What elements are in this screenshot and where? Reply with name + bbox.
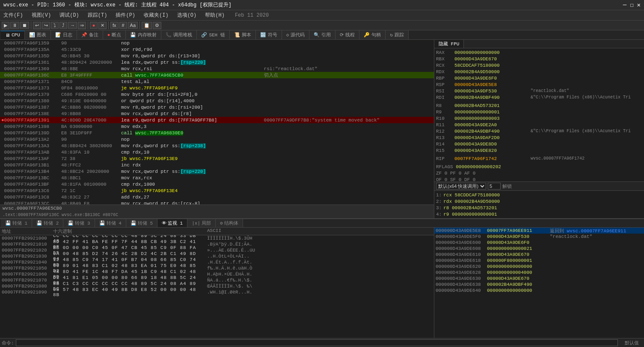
tab-note[interactable]: 📌 备注 [77, 30, 103, 39]
reg-value[interactable]: 000002B4A9DBF490 [454, 95, 527, 100]
tb-step-over[interactable]: ↪ [42, 22, 50, 29]
disasm-row[interactable]: 00007FF7A96F13A2 90 nop [0, 136, 434, 142]
reg-value[interactable]: 00000D43A9DE5E8 [454, 82, 527, 87]
tb-copy[interactable]: 📋 [142, 22, 152, 29]
disasm-row[interactable]: 00007FF7A96F13C8 48:83C2 27 add rdx,27 [0, 194, 434, 200]
tab-source[interactable]: ◇ 源代码 [282, 30, 310, 39]
stack-row[interactable]: 000000D43A9DE610 00000D43A9DE670 [434, 252, 644, 258]
disasm-row[interactable]: 00007FF7A96F138E 49:8B08 mov rcx,qword p… [0, 110, 434, 117]
reg-value[interactable]: 00000D43A9DE820 [454, 148, 527, 153]
tab-callstack[interactable]: 📞 调用堆栈 [161, 30, 197, 39]
stack-row-val[interactable]: 0000000000004000 [486, 270, 550, 275]
stack-row-val[interactable]: 00000D43A9DE6F0 [486, 240, 550, 245]
stack-row[interactable]: 000000D43A9DE608 0000000000000021 [434, 246, 644, 252]
tb-run-expr[interactable]: ⇒ [78, 22, 86, 29]
call-counter[interactable] [488, 183, 501, 190]
stack-row-val[interactable]: 0000000000000000 [486, 288, 550, 293]
disasm-row[interactable]: 00007FF7A96F135D 4D:8B45 30 mov r8,qword… [0, 53, 434, 59]
tab-trace[interactable]: ↻ 跟踪 [386, 30, 409, 39]
disasm-row[interactable]: ●00007FF7A96F1391 4C:8D0D 20E47000 lea r… [0, 117, 434, 123]
tb-pause[interactable]: ⏸ [10, 22, 19, 29]
stack-row-val[interactable]: 000000F800000001 [486, 258, 550, 263]
reg-value[interactable]: 000002B4AD573201 [454, 103, 527, 108]
close-button[interactable]: ✕ [637, 1, 641, 9]
tab-handle[interactable]: 🔑 句柄 [359, 30, 386, 39]
reg-value[interactable]: 00000D43A9DE670 [454, 56, 527, 62]
stack-row-val[interactable]: 000002B4A9DBF490 [486, 282, 550, 287]
tab-seh[interactable]: 🔗 SEH 链 [197, 30, 229, 39]
tab-ref[interactable]: 🔍 引用 [309, 30, 335, 39]
tb-search[interactable]: Aa [128, 22, 138, 29]
tab-dump3[interactable]: 💾 转储 3 [63, 219, 95, 227]
reg-value[interactable]: 0000000000000001 [454, 110, 527, 115]
disasm-row[interactable]: 00007FF7A96F1359 90 nop [0, 40, 434, 46]
tab-watch1[interactable]: 👁 监视 1 [157, 219, 187, 227]
menu-options[interactable]: 选项(O) [175, 11, 199, 19]
disasm-row[interactable]: 00007FF7A96F1379 C686 F8020000 00 mov by… [0, 91, 434, 98]
tb-settings[interactable]: ⚙ [153, 22, 161, 29]
tab-log[interactable]: 📝 日志 [51, 30, 77, 39]
tb-restart[interactable]: ↩ [33, 22, 41, 29]
reg-value[interactable]: 0000000000000000 [454, 50, 527, 55]
call-mode-select[interactable]: 默认(x64 快速调用) [436, 183, 486, 190]
disasm-row[interactable]: 00007FF7A96F139D E8 3E1DF9FF call wvsc.7… [0, 130, 434, 136]
disasm-row[interactable]: 00007FF7A96F13AF 72 38 jb wvsc.7FF7A96F1… [0, 155, 434, 162]
menu-debug[interactable]: 调试(D) [58, 11, 81, 19]
tab-memory[interactable]: 💾 内存映射 [126, 30, 161, 39]
tab-dump1[interactable]: 💾 转储 1 [1, 219, 32, 227]
reg-value[interactable]: 000002B4A9D50000 [454, 69, 527, 74]
disasm-row[interactable]: 00007FF7A96F1398 BA 03000000 mov edx,3 [0, 123, 434, 130]
stack-row-val[interactable]: 00000D43A9DE670 [486, 252, 550, 257]
tab-dump5[interactable]: 💾 转储 5 [126, 219, 157, 227]
stack-row[interactable]: 000000D43A9DE618 000000F800000001 [434, 258, 644, 264]
tab-symbol[interactable]: 🔣 符号 [256, 30, 282, 39]
tab-graph[interactable]: 📊 图表 [25, 30, 51, 39]
disasm-row[interactable]: 00007FF7A96F13B1 48:FFC2 inc rdx [0, 162, 434, 168]
tab-local[interactable]: |x| 局部 [187, 219, 216, 227]
menu-view[interactable]: 视图(V) [30, 11, 53, 19]
reg-value[interactable]: 0000000000000003 [454, 116, 527, 121]
window-controls[interactable]: — ☐ ✕ [623, 1, 641, 9]
menu-favorite[interactable]: 收藏夹(I) [142, 11, 170, 19]
stack-row[interactable]: 000000D43A9DE5F0 00000D43A9DF530 "reactl… [434, 234, 644, 240]
stack-row[interactable]: 000000D43A9DE600 00000D43A9DE6F0 [434, 240, 644, 246]
tab-script[interactable]: 📜 脚本 [230, 30, 256, 39]
reg-value[interactable]: 00000D43A9DE2A0 [454, 122, 527, 128]
menu-plugin[interactable]: 插件(P) [114, 11, 137, 19]
hex-dump[interactable]: 地址 十六进制 ASCII 00007FFB29921000 CC CC CC … [0, 228, 434, 338]
tb-step-out[interactable]: ⤴ [59, 22, 67, 29]
stack-row[interactable]: 000000D43A9DE638 000002B4A9DBF490 [434, 282, 644, 288]
tb-run-to[interactable]: → [68, 22, 77, 29]
reg-value[interactable]: 00000D43A9DE8D0 [454, 142, 527, 147]
tb-hash[interactable]: # [119, 22, 127, 29]
tab-struct[interactable]: ⚙ 结构体 [216, 219, 243, 227]
disasm-row[interactable]: 00007FF7A96F13BC 48:8BC1 mov rax,rcx [0, 175, 434, 181]
reg-value[interactable]: 00000D43A9DAF2D0 [454, 135, 527, 140]
stack-panel[interactable]: 000000D43A9DE5E8 00007FF7A96EE911 返回到 wv… [434, 228, 644, 338]
disasm-row[interactable]: 00007FF7A96F1371 84C0 test al,al [0, 78, 434, 85]
tb-run[interactable]: ▶ [2, 22, 9, 29]
reg-value[interactable]: 00000D43A9DE6F0 [454, 76, 527, 81]
stack-row[interactable]: 000000D43A9DE630 00000D43A9DE670 [434, 276, 644, 282]
disasm-row[interactable]: 00007FF7A96F1361 48:8D9424 20020000 lea … [0, 59, 434, 65]
reg-value[interactable]: 00000D43A9DF530 [454, 89, 527, 94]
menu-help[interactable]: 帮助(H) [203, 11, 226, 19]
disasm-row[interactable]: 00007FF7A96F13B4 48:8BC24 20020000 mov r… [0, 168, 434, 175]
disasm-row[interactable]: 00007FF7A96F13BF 48:81FA 00100000 cmp rd… [0, 181, 434, 187]
disasm-row[interactable]: 00007FF7A96F1387 4C:8B86 00200000 mov r8… [0, 104, 434, 110]
disasm-row[interactable]: 00007FF7A96F136C E8 3F49FFFF call wvsc.7… [0, 72, 434, 78]
hex-row[interactable]: 00007FFB29921090 08 57 48 83 EC 40 49 8B… [0, 289, 434, 295]
stack-row-val[interactable]: 0000000000000021 [486, 246, 550, 251]
disasm-row[interactable]: 00007FF7A96F13C6 72 1C jb wvsc.7FF7A96F1… [0, 187, 434, 194]
disasm-row[interactable]: 00007FF7A96F135A 45:33C9 xor r9d,r9d [0, 46, 434, 53]
stack-row[interactable]: 000000D43A9DE628 0000000000004000 [434, 270, 644, 276]
disasm-row[interactable]: 00007FF7A96F13AB 48:83FA 10 cmp rdx,10 [0, 149, 434, 155]
menu-file[interactable]: 文件(F) [2, 11, 25, 19]
tb-calc[interactable]: fx [110, 22, 119, 29]
tab-dump2[interactable]: 💾 转储 2 [32, 219, 63, 227]
stack-row-val[interactable]: 00000D43A9DE670 [486, 276, 550, 281]
maximize-button[interactable]: ☐ [630, 1, 633, 9]
reg-value[interactable]: 58CDDCAF75180000 [454, 63, 527, 68]
tab-hide-fpu[interactable]: 隐藏 FPU [434, 40, 464, 48]
minimize-button[interactable]: — [623, 1, 626, 9]
